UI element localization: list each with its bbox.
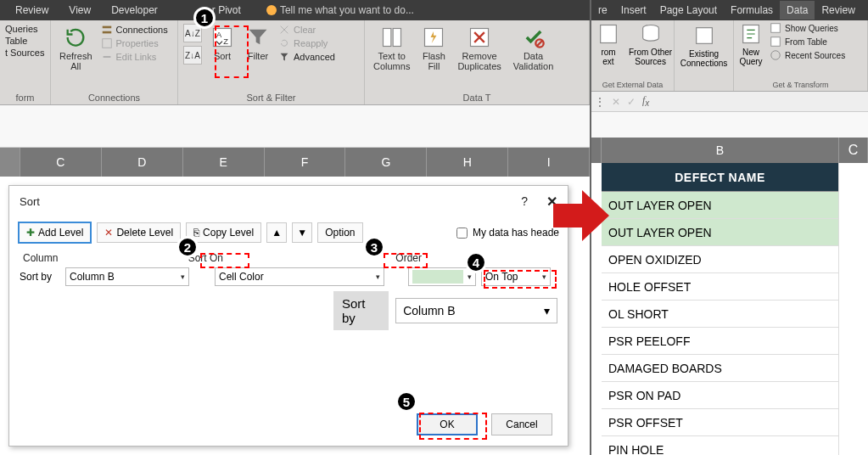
col-header-g[interactable]: G <box>345 148 427 177</box>
r-col-header-c[interactable]: C <box>839 138 868 163</box>
col-header-h[interactable]: H <box>427 148 508 177</box>
flash-fill-button[interactable]: Flash Fill <box>418 24 449 73</box>
add-level-button[interactable]: ✚Add Level <box>18 222 92 244</box>
delete-level-button[interactable]: ✕Delete Level <box>97 222 181 243</box>
table-row[interactable]: PSR PEELOFF <box>602 328 838 355</box>
col-header-i[interactable]: I <box>508 148 590 177</box>
clear-icon <box>278 24 290 36</box>
tab-review[interactable]: Review <box>5 1 59 20</box>
tab-view[interactable]: View <box>59 1 101 20</box>
truncated-group-label: form <box>5 91 45 103</box>
sort-filter-group-label: Sort & Filter <box>183 91 359 103</box>
arrow-icon <box>553 187 609 244</box>
refresh-all-button[interactable]: Refresh All <box>56 24 96 73</box>
sort-on-dropdown[interactable]: Cell Color▾ <box>215 267 384 286</box>
col-header-c[interactable]: C <box>20 148 102 177</box>
r-tab-formulas[interactable]: Formulas <box>724 1 780 20</box>
callout-1: 1 <box>193 7 216 29</box>
table-row[interactable]: OL SHORT <box>602 301 838 328</box>
properties-icon <box>101 37 113 49</box>
cell-color-dropdown[interactable]: ▾ <box>408 267 476 286</box>
tell-me[interactable]: Tell me what you want to do... <box>266 4 414 16</box>
move-up-button[interactable]: ▲ <box>266 222 287 243</box>
copy-level-button[interactable]: ⎘Copy Level <box>186 222 261 243</box>
new-query-button[interactable]: New Query <box>737 22 764 66</box>
from-table-button[interactable]: From Table <box>770 36 845 48</box>
tell-me-text: Tell me what you want to do... <box>280 4 414 16</box>
svg-point-17 <box>771 51 781 60</box>
sort-icon: AZ <box>210 25 234 49</box>
move-down-button[interactable]: ▼ <box>292 222 312 243</box>
from-text-button[interactable]: rom ext <box>595 22 622 66</box>
truncated-queries[interactable]: Queries <box>5 24 45 34</box>
table-row[interactable]: OUT LAYER OPEN <box>602 192 838 219</box>
table-row[interactable]: PIN HOLE <box>602 436 838 455</box>
formula-bar[interactable]: ⋮ ✕ ✓ fx <box>591 92 868 112</box>
fb-cancel[interactable]: ✕ <box>612 96 620 108</box>
chevron-down-icon: ▾ <box>544 304 550 317</box>
reapply-button[interactable]: Reapply <box>278 37 335 49</box>
truncated-sources[interactable]: t Sources <box>5 48 45 58</box>
r-tab-data[interactable]: Data <box>780 1 815 20</box>
sortby-column-dropdown[interactable]: Column B▾ <box>65 267 189 286</box>
sortby-column-dropdown-2[interactable]: Column B▾ <box>395 298 557 323</box>
r-tab-review[interactable]: Review <box>815 1 861 20</box>
from-table-icon <box>770 36 781 48</box>
chevron-down-icon: ▾ <box>542 272 546 281</box>
tab-developer[interactable]: Developer <box>101 1 168 20</box>
edit-links-button[interactable]: Edit Links <box>101 51 168 63</box>
text-to-columns-button[interactable]: Text to Columns <box>370 24 413 73</box>
table-row[interactable]: PSR OFFSET <box>602 409 838 436</box>
advanced-icon <box>278 51 290 63</box>
table-row[interactable]: DAMAGED BOARDS <box>602 355 838 382</box>
cancel-button[interactable]: Cancel <box>491 413 552 435</box>
recent-sources-button[interactable]: Recent Sources <box>770 49 845 61</box>
table-row[interactable]: HOLE OFFSET <box>602 273 838 301</box>
data-validation-button[interactable]: Data Validation <box>510 24 557 73</box>
chevron-down-icon: ▾ <box>376 272 380 281</box>
sort-button[interactable]: AZ Sort <box>207 24 238 63</box>
help-button[interactable]: ? <box>521 194 528 208</box>
order-dropdown[interactable]: On Top▾ <box>481 267 551 286</box>
headers-checkbox-label: My data has heade <box>473 227 559 239</box>
r-col-header-b[interactable]: B <box>602 138 839 163</box>
col-header-f[interactable]: F <box>265 148 346 177</box>
headers-checkbox-wrap[interactable]: My data has heade <box>456 227 559 239</box>
color-swatch <box>412 270 463 284</box>
from-other-sources-button[interactable]: From Other Sources <box>627 22 674 66</box>
r-tab-insert[interactable]: Insert <box>614 1 653 20</box>
table-row[interactable]: PSR ON PAD <box>602 382 838 409</box>
callout-5: 5 <box>395 390 417 413</box>
connections-icon <box>101 24 113 36</box>
truncated-table[interactable]: Table <box>5 36 45 46</box>
refresh-icon <box>64 25 87 49</box>
col-header-d[interactable]: D <box>102 148 183 177</box>
remove-duplicates-button[interactable]: Remove Duplicates <box>454 24 504 73</box>
headers-checkbox[interactable] <box>456 228 468 239</box>
sort-desc-button[interactable]: Z↓A <box>183 46 202 65</box>
r-tab-page-layout[interactable]: Page Layout <box>653 1 724 20</box>
sort-az-buttons: A↓Z Z↓A <box>183 24 202 65</box>
sortby-label: Sort by <box>20 271 65 283</box>
table-row[interactable]: OPEN OXIDIZED <box>602 246 838 273</box>
fx-icon[interactable]: fx <box>642 94 649 108</box>
filter-button[interactable]: Filter <box>243 24 273 63</box>
svg-rect-7 <box>393 29 400 47</box>
fb-enter[interactable]: ✓ <box>627 96 636 108</box>
ok-button[interactable]: OK <box>417 413 478 435</box>
svg-rect-13 <box>696 28 712 44</box>
clear-filter-button[interactable]: Clear <box>278 24 335 36</box>
connections-button[interactable]: Connections <box>101 24 168 36</box>
ribbon-body: Queries Table t Sources form Refresh All… <box>0 20 590 105</box>
show-queries-button[interactable]: Show Queries <box>770 22 845 34</box>
options-button[interactable]: Option <box>317 222 362 243</box>
r-tab-0[interactable]: re <box>591 1 614 20</box>
existing-connections-button[interactable]: Existing Connections <box>678 22 730 70</box>
svg-rect-2 <box>102 39 111 48</box>
col-header-e[interactable]: E <box>183 148 265 177</box>
table-row[interactable]: OUT LAYER OPEN <box>602 219 838 246</box>
svg-rect-1 <box>102 31 111 34</box>
callout-3: 3 <box>363 236 385 258</box>
properties-button[interactable]: Properties <box>101 37 168 49</box>
advanced-filter-button[interactable]: Advanced <box>278 51 335 63</box>
